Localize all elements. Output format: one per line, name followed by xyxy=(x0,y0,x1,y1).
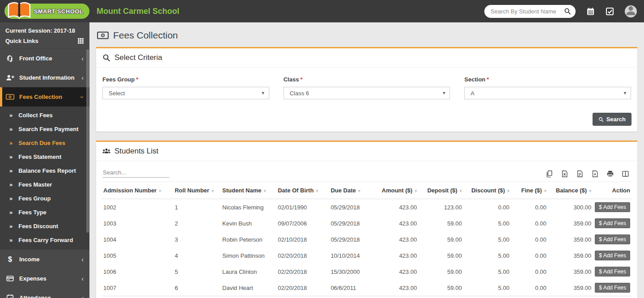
grid-icon[interactable] xyxy=(77,38,84,44)
sidebar-subitem-fees-group[interactable]: »Fees Group xyxy=(0,192,89,205)
money-icon xyxy=(97,31,109,39)
add-fees-button[interactable]: $ Add Fees xyxy=(595,234,630,244)
column-header-student-name[interactable]: Student Name▾ xyxy=(220,182,276,199)
criteria-fields: Fees Group*Select▼Class*Class 6▼Section*… xyxy=(96,68,637,102)
sidebar-subitem-fees-discount[interactable]: »Fees Discount xyxy=(0,219,89,233)
column-header-fine[interactable]: Fine ($)▾ xyxy=(511,182,548,199)
sidebar-subitem-label: Search Fees Payment xyxy=(18,126,78,132)
sidebar-item-student-information[interactable]: Student Information‹ xyxy=(0,68,89,87)
sidebar-subitem-search-due-fees[interactable]: »Search Due Fees xyxy=(0,136,89,150)
sidebar-item-label: Fees Collection xyxy=(19,94,81,100)
pdf-icon[interactable] xyxy=(591,170,599,178)
column-visibility-icon[interactable] xyxy=(622,170,629,178)
section-select[interactable]: A▼ xyxy=(464,87,631,99)
cell-student-name: Laura Clinton xyxy=(220,264,276,280)
calendar-icon[interactable] xyxy=(586,7,595,16)
student-search-box xyxy=(484,5,576,18)
sidebar-item-label: Front Office xyxy=(19,55,81,62)
select-criteria-header: Select Criteria xyxy=(96,48,637,68)
add-fees-button[interactable]: $ Add Fees xyxy=(595,218,630,228)
table-row: 10065Laura Clinton02/20/201815/30/200042… xyxy=(102,264,632,280)
cell-discount: 0.00 xyxy=(464,199,511,216)
student-search-input[interactable] xyxy=(491,8,564,15)
sidebar-subitem-label: Fees Group xyxy=(18,195,51,202)
double-arrow-icon: » xyxy=(9,126,13,132)
class-select[interactable]: Class 6▼ xyxy=(284,87,450,99)
sidebar-subitem-label: Collect Fees xyxy=(18,112,53,119)
field-label: Fees Group* xyxy=(102,76,269,83)
chevron-left-icon: ‹ xyxy=(81,295,84,298)
task-check-icon[interactable] xyxy=(606,7,614,16)
user-avatar[interactable] xyxy=(625,5,637,17)
column-header-date-of-birth[interactable]: Date Of Birth▾ xyxy=(276,182,329,199)
sidebar-scrollbar[interactable] xyxy=(86,49,89,233)
add-fees-button[interactable]: $ Add Fees xyxy=(595,267,630,277)
cell-fine: 0.00 xyxy=(511,215,548,231)
sidebar-subitem-label: Fees Statement xyxy=(18,153,61,160)
cell-due-date: 05/29/2018 xyxy=(329,231,376,247)
excel-icon[interactable] xyxy=(561,170,568,178)
add-fees-button[interactable]: $ Add Fees xyxy=(595,251,630,260)
submenu-fees-collection: »Collect Fees»Search Fees Payment»Search… xyxy=(0,106,89,250)
sidebar-subitem-fees-master[interactable]: »Fees Master xyxy=(0,178,89,192)
headset-icon xyxy=(6,55,14,62)
search-button[interactable]: Search xyxy=(593,113,631,126)
column-header-admission-number[interactable]: Admission Number▾ xyxy=(102,182,173,199)
column-header-label: Discount ($) xyxy=(471,187,505,194)
sidebar-item-label: Student Information xyxy=(19,74,81,81)
sidebar-subitem-fees-statement[interactable]: »Fees Statement xyxy=(0,150,89,164)
sidebar-subitem-search-fees-payment[interactable]: »Search Fees Payment xyxy=(0,122,89,136)
user-plus-icon xyxy=(6,74,14,81)
cell-deposit: 59.00 xyxy=(419,264,463,280)
app-logo[interactable]: SMART SCHOOL xyxy=(0,0,89,22)
column-header-discount[interactable]: Discount ($)▾ xyxy=(464,182,511,199)
sidebar-item-attendance[interactable]: Attendance‹ xyxy=(0,288,89,298)
print-icon[interactable] xyxy=(606,170,614,178)
cell-balance: 359.00 xyxy=(548,280,593,296)
fees-group-select[interactable]: Select▼ xyxy=(102,87,269,99)
sidebar-item-expenses[interactable]: Expenses‹ xyxy=(0,269,89,288)
cell-admission-number: 1005 xyxy=(102,247,173,264)
sidebar-item-fees-collection[interactable]: Fees Collection› xyxy=(0,87,89,106)
column-header-amount[interactable]: Amount ($)▾ xyxy=(376,182,419,199)
cell-due-date: 05/29/2018 xyxy=(329,199,376,216)
double-arrow-icon: » xyxy=(9,140,13,146)
sidebar-item-front-office[interactable]: Front Office‹ xyxy=(0,49,89,68)
column-header-balance[interactable]: Balance ($)▾ xyxy=(548,182,593,199)
cell-date-of-birth: 02/20/2018 xyxy=(276,264,329,280)
select-criteria-panel: Select Criteria Fees Group*Select▼Class*… xyxy=(96,47,637,132)
search-icon[interactable] xyxy=(564,8,571,15)
sidebar-subitem-collect-fees[interactable]: »Collect Fees xyxy=(0,108,89,122)
sort-icon: ▾ xyxy=(212,188,214,193)
sidebar-subitem-fees-carry-forward[interactable]: »Fees Carry Forward xyxy=(0,233,89,247)
add-fees-button[interactable]: $ Add Fees xyxy=(595,202,630,212)
column-header-label: Fine ($) xyxy=(521,187,542,194)
logo-pill: SMART SCHOOL xyxy=(4,4,89,19)
column-header-deposit[interactable]: Deposit ($)▾ xyxy=(419,182,463,199)
cell-roll-number: 3 xyxy=(173,231,220,247)
cell-due-date: 15/30/2000 xyxy=(329,264,376,280)
cell-due-date: 06/6/2011 xyxy=(329,280,376,296)
cell-discount: 5.00 xyxy=(464,280,511,296)
field-label: Section* xyxy=(464,76,631,83)
cell-date-of-birth: 02/10/2018 xyxy=(276,231,329,247)
select-value: Select xyxy=(109,90,125,97)
csv-icon[interactable] xyxy=(576,170,584,178)
sidebar-item-income[interactable]: $Income‹ xyxy=(0,250,89,269)
add-fees-button[interactable]: $ Add Fees xyxy=(595,283,630,293)
table-search-input[interactable] xyxy=(102,168,169,178)
chevron-down-icon: › xyxy=(81,94,84,100)
column-header-label: Student Name xyxy=(222,187,261,194)
chevron-left-icon: ‹ xyxy=(81,276,84,282)
students-list-title: Students List xyxy=(114,147,158,156)
sidebar-subitem-balance-fees-report[interactable]: »Balance Fees Report xyxy=(0,164,89,178)
cell-balance: 359.00 xyxy=(548,247,593,264)
column-header-due-date[interactable]: Due Date▾ xyxy=(329,182,376,199)
column-header-roll-number[interactable]: Roll Number▾ xyxy=(173,182,220,199)
double-arrow-icon: » xyxy=(9,195,13,202)
table-toolbar xyxy=(96,161,637,182)
cell-balance: 359.00 xyxy=(548,215,593,231)
copy-icon[interactable] xyxy=(546,170,553,178)
cell-roll-number: 4 xyxy=(173,247,220,264)
sidebar-subitem-fees-type[interactable]: »Fees Type xyxy=(0,205,89,219)
